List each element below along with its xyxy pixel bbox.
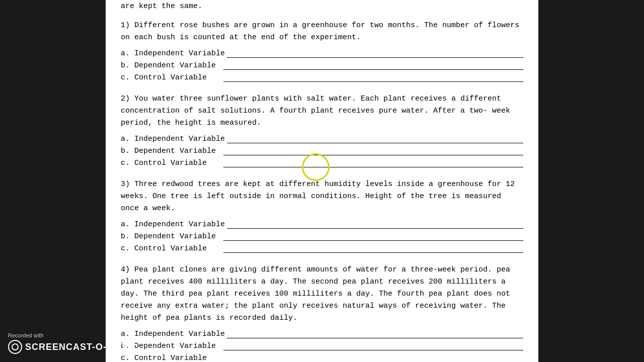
question-4-variable-2: b. Dependent Variable [121,341,523,350]
screencast-logo: SCREENCAST-O-MATIC [8,340,137,354]
recorded-with-text: Recorded with [8,332,43,338]
answer-line[interactable] [223,232,523,241]
variable-label: b. Dependent Variable [121,232,221,241]
question-2-variable-1: a. Independent Variable [121,134,523,143]
watermark: Recorded with SCREENCAST-O-MATIC [8,332,137,354]
question-4-variable-1: a. Independent Variable [121,329,523,338]
variable-label: a. Independent Variable [121,49,225,58]
question-1-text: 1) Different rose bushes are grown in a … [121,20,523,44]
question-3-variable-3: c. Control Variable [121,244,523,253]
question-3-text: 3) Three redwood trees are kept at diffe… [121,178,523,215]
question-2-variable-2: b. Dependent Variable [121,146,523,155]
question-1: 1) Different rose bushes are grown in a … [106,20,538,82]
question-3: 3) Three redwood trees are kept at diffe… [106,178,538,253]
answer-line[interactable] [223,244,523,253]
variable-label: b. Dependent Variable [121,147,221,155]
question-3-variable-1: a. Independent Variable [121,220,523,229]
answer-line[interactable] [223,61,523,70]
variable-label: c. Control Variable [121,354,221,363]
variable-label: c. Control Variable [121,73,221,82]
answer-line[interactable] [227,220,523,229]
question-4: 4) Pea plant clones are giving different… [106,264,538,362]
answer-line[interactable] [223,146,523,155]
question-1-variable-1: a. Independent Variable [121,49,523,58]
answer-line[interactable] [227,134,523,143]
top-partial-text: are kept the same. [106,0,538,11]
question-1-variable-3: c. Control Variable [121,73,523,82]
question-2-text: 2) You water three sunflower plants with… [121,93,523,129]
variable-label: a. Independent Variable [121,220,225,229]
question-4-text: 4) Pea plant clones are giving different… [121,264,523,324]
question-2-variable-3: c. Control Variable [121,158,523,167]
question-3-variable-2: b. Dependent Variable [121,232,523,241]
question-2: 2) You water three sunflower plants with… [106,93,538,167]
question-1-variable-2: b. Dependent Variable [121,61,523,70]
right-bar [538,0,644,362]
answer-line[interactable] [227,49,523,58]
brand-name: SCREENCAST-O-MATIC [25,342,137,352]
document-area: are kept the same. 1) Different rose bus… [106,0,538,362]
variable-label: c. Control Variable [121,159,221,167]
answer-line[interactable] [227,329,523,338]
variable-label: b. Dependent Variable [121,61,221,70]
screencast-icon [8,340,22,354]
answer-line[interactable] [223,73,523,82]
answer-line[interactable] [223,341,523,350]
answer-line[interactable] [223,353,523,362]
variable-label: a. Independent Variable [121,135,225,143]
variable-label: c. Control Variable [121,244,221,253]
question-4-variable-3: c. Control Variable [121,353,523,362]
left-bar [0,0,106,362]
answer-line[interactable] [223,158,523,167]
